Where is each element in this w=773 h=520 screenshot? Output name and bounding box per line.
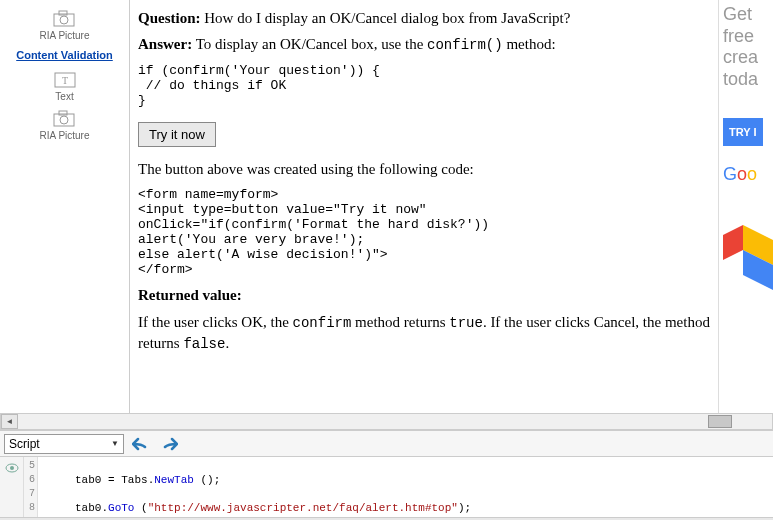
svg-point-7 [60, 116, 68, 124]
sidebar: RIA Picture Content Validation T Text RI… [0, 0, 130, 413]
code-editor[interactable]: 5 6 7 8 tab0 = Tabs.NewTab (); tab0.GoTo… [0, 457, 773, 517]
undo-button[interactable] [130, 434, 152, 454]
chevron-down-icon: ▼ [111, 439, 119, 448]
sidebar-label: RIA Picture [39, 30, 89, 41]
code-block-1: if (confirm('Your question')) { // do th… [138, 63, 710, 108]
text-icon: T [52, 69, 78, 89]
scroll-track[interactable] [18, 414, 772, 429]
svg-text:T: T [61, 75, 67, 86]
right-ad-column: Get free crea toda TRY I Goo [718, 0, 773, 413]
eye-icon[interactable] [5, 463, 19, 473]
sidebar-item-ria-picture-2[interactable]: RIA Picture [0, 108, 129, 141]
script-selector[interactable]: Script ▼ [4, 434, 124, 454]
ad-text: Get free crea toda [723, 4, 773, 90]
code-lines[interactable]: tab0 = Tabs.NewTab (); tab0.GoTo ("http:… [38, 457, 773, 517]
code-line: tab0 = Tabs.NewTab (); [42, 473, 769, 487]
returned-value-heading: Returned value: [138, 285, 710, 305]
answer-label: Answer: [138, 36, 192, 52]
main-area: RIA Picture Content Validation T Text RI… [0, 0, 773, 413]
svg-point-2 [60, 16, 68, 24]
scroll-left-arrow[interactable]: ◄ [1, 414, 18, 429]
question-label: Question: [138, 10, 201, 26]
answer-text: To display an OK/Cancel box, use the [192, 36, 427, 52]
sidebar-label: Text [55, 91, 73, 102]
google-logo: Goo [723, 164, 773, 185]
returned-value-label: Returned value: [138, 287, 242, 303]
sidebar-item-text[interactable]: T Text [0, 69, 129, 102]
sidebar-item-ria-picture-1[interactable]: RIA Picture [0, 8, 129, 41]
answer-code: confirm() [427, 37, 503, 53]
line-numbers: 5 6 7 8 [24, 457, 38, 517]
answer-line: Answer: To display an OK/Cancel box, use… [138, 34, 710, 55]
redo-button[interactable] [158, 434, 180, 454]
answer-text-2: method: [503, 36, 556, 52]
after-try-text: The button above was created using the f… [138, 159, 710, 179]
content-validation-link[interactable]: Content Validation [0, 49, 129, 61]
question-line: Question: How do I display an OK/Cancel … [138, 8, 710, 28]
code-block-2: <form name=myform> <input type=button va… [138, 187, 710, 277]
script-toolbar: Script ▼ [0, 430, 773, 457]
returned-value-text: If the user clicks OK, the confirm metho… [138, 312, 710, 354]
try-it-now-button[interactable]: Try it now [138, 122, 216, 147]
camera-icon [52, 8, 78, 28]
gutter-icons [0, 457, 24, 517]
horizontal-scrollbar[interactable]: ◄ [0, 413, 773, 430]
scroll-thumb[interactable] [708, 415, 732, 428]
content-pane[interactable]: Question: How do I display an OK/Cancel … [130, 0, 718, 413]
isometric-graphic [723, 215, 773, 295]
code-line: tab0.GoTo ("http://www.javascripter.net/… [42, 501, 769, 515]
script-selector-label: Script [9, 437, 40, 451]
camera-icon [52, 108, 78, 128]
sidebar-label: RIA Picture [39, 130, 89, 141]
svg-point-12 [10, 466, 14, 470]
question-text: How do I display an OK/Cancel dialog box… [201, 10, 571, 26]
try-it-button[interactable]: TRY I [723, 118, 763, 146]
svg-marker-10 [723, 225, 743, 260]
